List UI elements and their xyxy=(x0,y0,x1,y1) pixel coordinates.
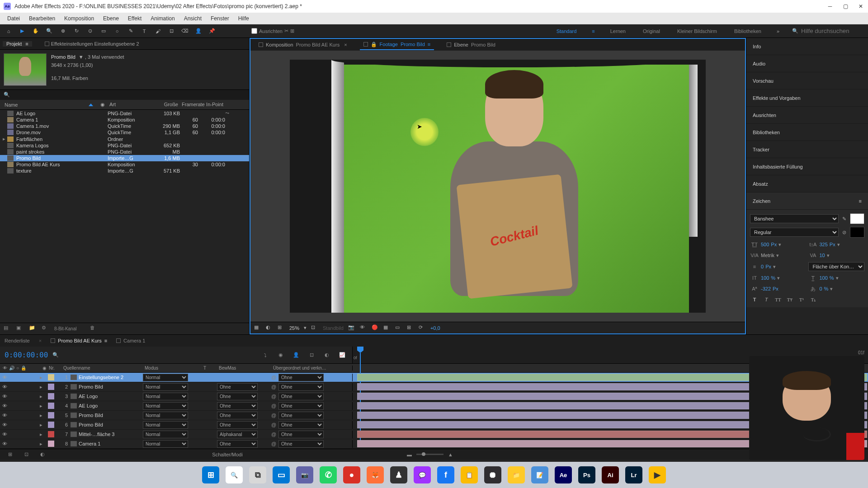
menu-fenster[interactable]: Fenster xyxy=(206,15,234,22)
layer-label[interactable] xyxy=(48,403,54,409)
layer-row[interactable]: 👁 ▸ 5 Promo Bild Normal Ohne @Ohne xyxy=(0,411,868,420)
col-size-header[interactable]: Große xyxy=(148,101,180,108)
workspace-overflow-icon[interactable]: » xyxy=(777,28,779,34)
eye-toggle[interactable]: 👁 xyxy=(2,394,7,399)
stroke-mode-select[interactable]: Fläche über Kon… xyxy=(808,262,864,271)
subscript-button[interactable]: T₁ xyxy=(809,296,818,304)
taskbar-messenger[interactable]: 💬 xyxy=(414,466,431,483)
parent-select[interactable]: Ohne xyxy=(278,393,324,400)
taskbar-task-view[interactable]: ⧉ xyxy=(249,466,266,483)
eye-toggle[interactable]: 👁 xyxy=(2,413,7,418)
timeline-tab-renderliste[interactable]: Renderliste xyxy=(5,338,30,343)
taskbar-app2[interactable]: ● xyxy=(343,466,360,483)
tsume-value[interactable]: 0 xyxy=(819,286,822,291)
parent-select[interactable]: Ohne xyxy=(278,431,324,438)
workspace-lernen[interactable]: Lernen xyxy=(609,28,627,34)
workspace-menu-icon[interactable]: ≡ xyxy=(592,28,594,34)
eyedropper-icon[interactable]: ✎ xyxy=(842,216,846,222)
ellipse-tool-icon[interactable]: ○ xyxy=(112,26,122,36)
eye-toggle[interactable]: 👁 xyxy=(2,384,7,389)
menu-ebene[interactable]: Ebene xyxy=(99,15,123,22)
expand-icon[interactable]: ▸ xyxy=(40,422,46,428)
layer-row[interactable]: 👁 ▸ 6 Promo Bild Normal Ohne @Ohne xyxy=(0,420,868,430)
project-row[interactable]: texture Importe…G 571 KB xyxy=(0,168,249,174)
panel-content-aware[interactable]: Inhaltsbasierte Füllung xyxy=(746,158,868,175)
toggle-modes-icon[interactable]: ⊡ xyxy=(21,449,32,460)
taskbar-explorer[interactable]: 📁 xyxy=(508,466,525,483)
layer-label[interactable] xyxy=(48,384,54,390)
col-art-header[interactable]: Art xyxy=(108,101,148,108)
interpret-icon[interactable]: ▤ xyxy=(4,325,12,333)
trkmat-select[interactable]: Ohne xyxy=(217,402,258,410)
eye-toggle[interactable]: 👁 xyxy=(2,422,7,427)
project-row[interactable]: Drone.mov QuickTime 1,1 GB 60 0:00:0 xyxy=(0,129,249,136)
taskbar-start[interactable]: ⊞ xyxy=(202,466,219,483)
trkmat-select[interactable]: Alphakanal xyxy=(217,431,258,438)
viewer-canvas[interactable]: Cocktail ➤ xyxy=(250,51,745,322)
layer-row[interactable]: 👁 ▸ 7 Mittel-…fläche 3 Normal Alphakanal… xyxy=(0,430,868,439)
orbit-tool-icon[interactable]: ⊕ xyxy=(58,26,68,36)
proxy-icon[interactable]: ⟳ xyxy=(419,324,426,332)
project-tab[interactable]: Projekt ≡ xyxy=(3,41,32,47)
stroke-color-swatch[interactable] xyxy=(850,227,864,238)
taskbar-firefox[interactable]: 🦊 xyxy=(367,466,384,483)
stamp-tool-icon[interactable]: ⊡ xyxy=(166,26,176,36)
new-comp-icon[interactable]: ▣ xyxy=(16,325,24,333)
eye-toggle[interactable]: 👁 xyxy=(2,375,7,380)
panel-info[interactable]: Info xyxy=(746,38,868,55)
puppet-tool-icon[interactable]: 📌 xyxy=(207,26,217,36)
type-tool-icon[interactable]: T xyxy=(139,26,149,36)
font-style-select[interactable]: Regular xyxy=(750,228,839,237)
taskbar-search[interactable]: 🔍 xyxy=(226,466,243,483)
help-search-input[interactable] xyxy=(801,28,864,34)
menu-bearbeiten[interactable]: Bearbeiten xyxy=(24,15,60,22)
toggle-inout-icon[interactable]: ◐ xyxy=(37,449,48,460)
blend-mode-select[interactable]: Normal xyxy=(143,383,188,391)
blend-mode-select[interactable]: Normal xyxy=(143,431,188,438)
transparency-icon[interactable]: ▦ xyxy=(383,324,391,332)
snap-grid-icon[interactable]: ⊞ xyxy=(290,28,294,34)
bew-header[interactable]: BewMas xyxy=(216,366,270,371)
expand-icon[interactable]: ▸ xyxy=(40,403,46,409)
project-row[interactable]: Camera 1.mov QuickTime 290 MB 60 0:00:0 xyxy=(0,123,249,129)
grid-icon[interactable]: ⊞ xyxy=(407,324,414,332)
trkmat-select[interactable]: Ohne xyxy=(217,412,258,419)
guides-icon[interactable]: ⊞ xyxy=(278,324,285,332)
draft3d-icon[interactable]: ◉ xyxy=(275,350,286,361)
selection-tool-icon[interactable]: ▶ xyxy=(17,26,27,36)
vscale-value[interactable]: 100 xyxy=(761,275,769,281)
italic-button[interactable]: T xyxy=(762,296,771,304)
panel-audio[interactable]: Audio xyxy=(746,55,868,72)
snapshot-icon[interactable]: 📷 xyxy=(348,324,355,332)
parent-select[interactable]: Ohne xyxy=(278,440,324,448)
panel-menu-icon[interactable]: ≡ xyxy=(859,198,862,204)
menu-komposition[interactable]: Komposition xyxy=(60,15,99,22)
audio-col-icon[interactable]: 🔊 xyxy=(9,366,14,371)
taskbar-facebook[interactable]: f xyxy=(437,466,454,483)
expand-icon[interactable]: ▸ xyxy=(40,413,46,418)
comp-mini-flowchart-icon[interactable]: ⤵ xyxy=(260,350,271,361)
pickwhip-icon[interactable]: @ xyxy=(271,394,277,399)
resolution-icon[interactable]: ⊡ xyxy=(311,324,318,332)
layer-label[interactable] xyxy=(48,412,54,418)
panel-ausrichten[interactable]: Ausrichten xyxy=(746,107,868,124)
taskbar-obs[interactable]: ⏺ xyxy=(484,466,501,483)
blend-mode-select[interactable]: Normal xyxy=(143,440,188,448)
snap-icon[interactable]: ✂ xyxy=(284,28,288,34)
tab-menu-icon[interactable]: ≡ xyxy=(428,42,430,47)
eraser-tool-icon[interactable]: ⌫ xyxy=(180,26,190,36)
menu-ansicht[interactable]: Ansicht xyxy=(179,15,206,22)
parent-select[interactable]: Ohne xyxy=(278,421,324,429)
exposure-value[interactable]: +0,0 xyxy=(430,325,440,331)
blend-mode-select[interactable]: Normal xyxy=(143,402,188,410)
viewer-tab-komposition[interactable]: Komposition Promo Bild AE Kurs × xyxy=(255,40,351,49)
label-col-icon[interactable]: ◉ xyxy=(40,366,46,371)
lock-icon[interactable]: 🔒 xyxy=(371,42,377,47)
fill-color-swatch[interactable] xyxy=(850,213,864,224)
panel-bibliotheken[interactable]: Bibliotheken xyxy=(746,124,868,141)
name-header[interactable]: Quellenname xyxy=(61,366,142,371)
shy-icon[interactable]: 👤 xyxy=(291,350,302,361)
new-folder-icon[interactable]: 📁 xyxy=(29,325,37,333)
toggle-switches-icon[interactable]: ⊞ xyxy=(5,449,15,460)
zoom-dropdown-icon[interactable]: ▾ xyxy=(304,325,307,331)
